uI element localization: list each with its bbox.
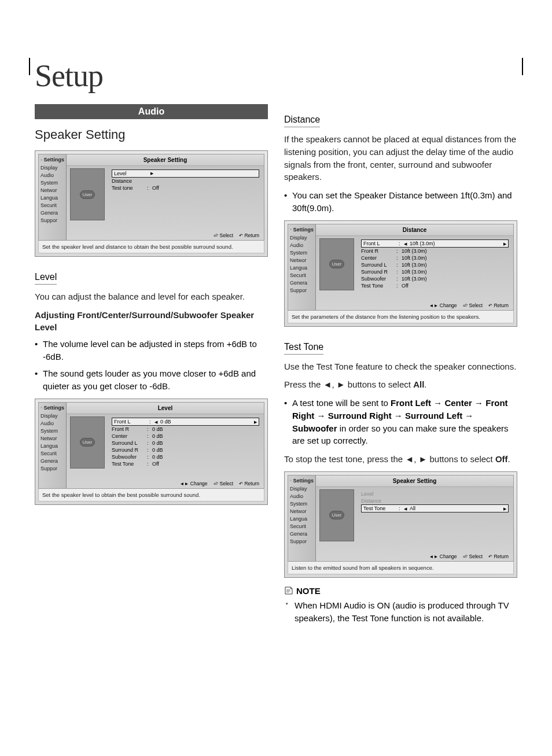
ui-sidebar: Settings Display Audio System Networ Lan…: [288, 475, 316, 561]
distance-row[interactable]: Subwoofer:10ft (3.0m): [361, 275, 509, 282]
distance-row[interactable]: Surround L:10ft (3.0m): [361, 261, 509, 268]
testtone-para: Press the ◄, ► buttons to select All.: [284, 378, 517, 391]
level-row[interactable]: Surround L:0 dB: [112, 440, 259, 447]
sidebar-item[interactable]: Langua: [290, 265, 314, 271]
option-test-tone[interactable]: Test tone:Off: [112, 185, 259, 191]
level-bullet: The sound gets louder as you move closer…: [35, 367, 268, 393]
level-row[interactable]: Front L:0 dB: [112, 418, 259, 426]
distance-bullet: You can set the Speaker Distance between…: [284, 189, 517, 215]
panel-title: Level: [67, 403, 264, 414]
sidebar-item[interactable]: Networ: [290, 508, 314, 514]
svg-point-3: [290, 480, 291, 481]
panel-title: Speaker Setting: [316, 475, 513, 487]
ui-sidebar: Settings Display Audio System Networ Lan…: [288, 224, 316, 310]
sidebar-item[interactable]: Langua: [41, 195, 64, 201]
sidebar-item[interactable]: Display: [41, 413, 64, 419]
help-text: Set the parameters of the distance from …: [288, 311, 514, 323]
sidebar-item[interactable]: Genera: [290, 531, 314, 537]
sidebar-item[interactable]: Audio: [41, 172, 64, 178]
sidebar-item[interactable]: Networ: [290, 257, 314, 263]
sidebar-item[interactable]: Display: [290, 486, 314, 492]
ui-footer-hints: ⏎' Select ↶ Return: [214, 233, 259, 238]
level-row[interactable]: Surround R:0 dB: [112, 447, 259, 453]
sidebar-item[interactable]: System: [290, 250, 314, 256]
note-item: When HDMI Audio is ON (audio is produced…: [284, 599, 517, 625]
sidebar-item[interactable]: Suppor: [41, 217, 64, 223]
section-banner-audio: Audio: [35, 104, 268, 119]
user-badge: User: [329, 260, 345, 268]
speaker-layout-image: User: [319, 238, 354, 290]
gear-icon: [290, 227, 292, 232]
sidebar-item[interactable]: Audio: [290, 493, 314, 499]
testtone-bullet: A test tone will be sent to Front Left →…: [284, 397, 517, 447]
level-subheading: Adjusting Front/Center/Surround/Subwoofe…: [35, 309, 268, 333]
heading-speaker-setting: Speaker Setting: [35, 127, 268, 142]
option-level[interactable]: Level: [112, 169, 259, 178]
ui-sidebar: Settings Display Audio System Networ Lan…: [39, 154, 67, 240]
sidebar-item[interactable]: Langua: [290, 516, 314, 522]
distance-row[interactable]: Front R:10ft (3.0m): [361, 248, 509, 255]
screenshot-speaker-setting: Settings Display Audio System Networ Lan…: [35, 150, 268, 257]
level-row[interactable]: Subwoofer:0 dB: [112, 453, 259, 460]
crop-mark: [522, 58, 523, 75]
distance-row[interactable]: Surround R:10ft (3.0m): [361, 268, 509, 275]
level-bullet: The volume level can be adjusted in step…: [35, 338, 268, 363]
sidebar-item[interactable]: Networ: [41, 436, 64, 441]
sidebar-item[interactable]: Display: [290, 235, 314, 241]
svg-point-1: [41, 407, 42, 408]
option-test-tone-sel[interactable]: Test Tone:All: [361, 504, 509, 512]
sidebar-item[interactable]: Langua: [41, 443, 64, 449]
speaker-layout-image: User: [319, 489, 354, 541]
sidebar-item[interactable]: Suppor: [290, 287, 314, 293]
sidebar-item[interactable]: Suppor: [41, 466, 64, 471]
speaker-layout-image: User: [70, 416, 105, 469]
distance-row[interactable]: Center:10ft (3.0m): [361, 255, 509, 261]
gear-icon: [41, 157, 42, 163]
note-block: NOTE When HDMI Audio is ON (audio is pro…: [284, 586, 517, 625]
screenshot-level: Settings Display Audio System Networ Lan…: [35, 399, 268, 505]
panel-title: Distance: [316, 224, 513, 236]
sidebar-item[interactable]: Display: [41, 165, 64, 171]
option-level-dim: Level: [361, 491, 509, 497]
help-text: Set the speaker level and distance to ob…: [38, 241, 264, 253]
distance-row[interactable]: Front L:10ft (3.0m): [361, 239, 509, 248]
note-icon: [284, 586, 293, 595]
sidebar-item[interactable]: Genera: [41, 458, 64, 464]
sidebar-item[interactable]: Suppor: [290, 539, 314, 544]
gear-icon: [41, 405, 42, 410]
gear-icon: [290, 478, 292, 483]
sidebar-item[interactable]: Securit: [41, 451, 64, 456]
sidebar-item[interactable]: System: [41, 428, 64, 434]
ui-footer-hints: ◄► Change ⏎' Select ↶ Return: [429, 303, 509, 308]
heading-level: Level: [35, 272, 57, 285]
testtone-para: To stop the test tone, press the ◄, ► bu…: [284, 453, 517, 466]
sidebar-item[interactable]: System: [41, 180, 64, 186]
sidebar-item[interactable]: Securit: [290, 272, 314, 278]
sidebar-item[interactable]: Securit: [290, 523, 314, 529]
sidebar-item[interactable]: Audio: [41, 421, 64, 426]
screenshot-test-tone: Settings Display Audio System Networ Lan…: [284, 471, 517, 578]
sidebar-item[interactable]: Networ: [41, 187, 64, 193]
svg-point-2: [290, 229, 291, 230]
level-row[interactable]: Test Tone:Off: [112, 460, 259, 467]
help-text: Set the speaker level to obtain the best…: [38, 489, 264, 501]
left-column: Audio Speaker Setting Settings Display A…: [35, 104, 268, 624]
level-row[interactable]: Center:0 dB: [112, 433, 259, 440]
ui-footer-hints: ◄► Change ⏎' Select ↶ Return: [180, 481, 259, 486]
sidebar-item[interactable]: Genera: [290, 280, 314, 286]
user-badge: User: [329, 511, 345, 519]
option-distance-dim: Distance: [361, 497, 509, 504]
level-row[interactable]: Front R:0 dB: [112, 426, 259, 433]
right-column: Distance If the speakers cannot be place…: [284, 104, 517, 624]
distance-row[interactable]: Test Tone:Off: [361, 282, 509, 289]
speaker-layout-image: User: [70, 168, 105, 220]
panel-title: Speaker Setting: [67, 154, 264, 166]
heading-distance: Distance: [284, 115, 320, 127]
sidebar-item[interactable]: Audio: [290, 242, 314, 248]
manual-page: Setup Audio Speaker Setting Settings Dis…: [0, 58, 552, 756]
chapter-title: Setup: [35, 58, 517, 94]
option-distance[interactable]: Distance: [112, 178, 259, 185]
sidebar-item[interactable]: System: [290, 501, 314, 507]
sidebar-item[interactable]: Securit: [41, 202, 64, 208]
sidebar-item[interactable]: Genera: [41, 210, 64, 216]
